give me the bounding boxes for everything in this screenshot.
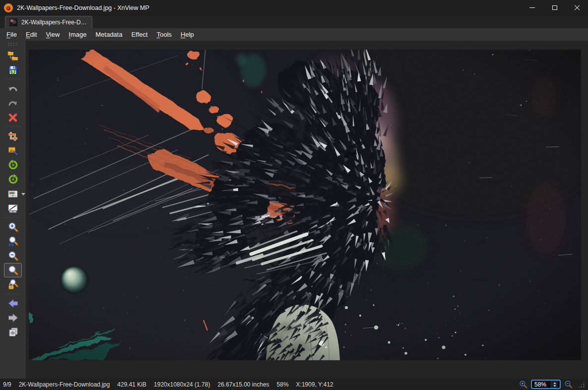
zoom-in-icon xyxy=(7,221,19,233)
browse-icon xyxy=(7,50,19,62)
redo-button[interactable] xyxy=(4,96,22,110)
menu-file[interactable]: File xyxy=(2,29,21,40)
next-image-icon xyxy=(7,312,19,324)
curves-button[interactable] xyxy=(4,201,22,215)
previous-image-icon xyxy=(7,298,19,309)
browse-button[interactable] xyxy=(4,48,22,63)
curves-icon xyxy=(7,203,18,214)
wallpaper-image[interactable] xyxy=(29,50,581,360)
zoom-actual-size-icon xyxy=(7,236,19,247)
zoom-spinner xyxy=(551,381,558,388)
zoom-input-box xyxy=(531,380,561,389)
save-icon xyxy=(7,65,18,75)
next-image-button[interactable] xyxy=(4,311,22,325)
maximize-icon xyxy=(552,5,557,10)
zoom-lock-icon xyxy=(7,279,19,290)
chevron-down-icon[interactable] xyxy=(21,193,25,195)
crop-icon xyxy=(7,131,18,142)
close-button[interactable] xyxy=(566,0,588,15)
resize-button[interactable] xyxy=(4,143,22,158)
status-zoom-level: 58% xyxy=(277,381,289,388)
save-button[interactable] xyxy=(4,63,22,77)
delete-button[interactable] xyxy=(4,110,22,125)
window-controls xyxy=(521,0,588,15)
zoom-out-button[interactable] xyxy=(4,249,22,263)
statusbar-zoom-in-button[interactable] xyxy=(519,380,527,389)
status-print-size: 26.67x15.00 inches xyxy=(217,381,269,388)
menu-metadata[interactable]: Metadata xyxy=(91,29,127,40)
window-title: 2K-Wallpapers-Free-Download.jpg - XnView… xyxy=(17,4,149,11)
menu-view[interactable]: View xyxy=(41,29,64,40)
xnview-logo-icon xyxy=(4,3,13,12)
maximize-button[interactable] xyxy=(543,0,566,15)
spinner-up-icon[interactable] xyxy=(553,382,556,384)
rotate-left-button[interactable] xyxy=(4,158,22,172)
crop-button[interactable] xyxy=(4,129,22,143)
zoom-in-button[interactable] xyxy=(4,220,22,234)
menu-tools[interactable]: Tools xyxy=(152,29,176,40)
zoom-lock-button[interactable] xyxy=(4,277,22,292)
tab-label: 2K-Wallpapers-Free-D… xyxy=(21,19,87,26)
status-filesize: 429.41 KiB xyxy=(117,381,146,388)
spinner-down-icon[interactable] xyxy=(553,385,556,387)
minimize-icon xyxy=(529,7,535,8)
status-dimensions: 1920x1080x24 (1.78) xyxy=(154,381,210,388)
undo-button[interactable] xyxy=(4,81,22,96)
adjust-colors-button[interactable] xyxy=(4,187,22,201)
statusbar-zoom-out-button[interactable] xyxy=(564,380,573,389)
previous-image-button[interactable] xyxy=(4,296,22,311)
toolbar-grip-handle[interactable] xyxy=(7,42,18,47)
undo-icon xyxy=(7,83,18,94)
status-cursor-position: X:1909, Y:412 xyxy=(296,381,333,388)
window-resize-grip[interactable] xyxy=(578,381,585,388)
toolbar-separator xyxy=(4,294,21,294)
status-index: 9/9 xyxy=(3,381,11,388)
title-bar: 2K-Wallpapers-Free-Download.jpg - XnView… xyxy=(0,0,588,15)
redo-icon xyxy=(7,98,18,109)
status-filename: 2K-Wallpapers-Free-Download.jpg xyxy=(19,381,110,388)
zoom-fit-icon xyxy=(7,264,19,276)
tab-bar: 2K-Wallpapers-Free-D… xyxy=(0,15,588,28)
zoom-out-icon xyxy=(7,250,19,261)
status-bar: 9/9 2K-Wallpapers-Free-Download.jpg 429.… xyxy=(0,379,588,390)
menu-edit[interactable]: Edit xyxy=(21,29,41,40)
browser-button[interactable] xyxy=(4,325,22,339)
toolbar-separator xyxy=(4,79,21,79)
close-icon xyxy=(574,5,580,11)
delete-icon xyxy=(7,112,18,123)
image-canvas[interactable] xyxy=(26,41,588,379)
left-toolbar xyxy=(0,41,26,379)
tab-current-image[interactable]: 2K-Wallpapers-Free-D… xyxy=(5,16,92,28)
zoom-actual-size-button[interactable] xyxy=(4,234,22,249)
rotate-left-icon xyxy=(7,159,19,171)
toolbar-separator xyxy=(4,127,21,127)
minimize-button[interactable] xyxy=(521,0,543,15)
zoom-fit-button[interactable] xyxy=(4,263,22,277)
menu-image[interactable]: Image xyxy=(64,29,91,40)
menu-help[interactable]: Help xyxy=(176,29,198,40)
browser-icon xyxy=(7,326,19,338)
menu-effect[interactable]: Effect xyxy=(127,29,152,40)
menu-bar: File Edit View Image Metadata Effect Too… xyxy=(0,28,588,41)
toolbar-separator xyxy=(4,217,21,218)
adjust-colors-icon xyxy=(7,189,18,199)
zoom-input[interactable] xyxy=(532,381,551,388)
rotate-right-button[interactable] xyxy=(4,172,22,187)
rotate-right-icon xyxy=(7,174,19,185)
resize-icon xyxy=(7,145,18,156)
tab-thumbnail xyxy=(9,18,17,26)
